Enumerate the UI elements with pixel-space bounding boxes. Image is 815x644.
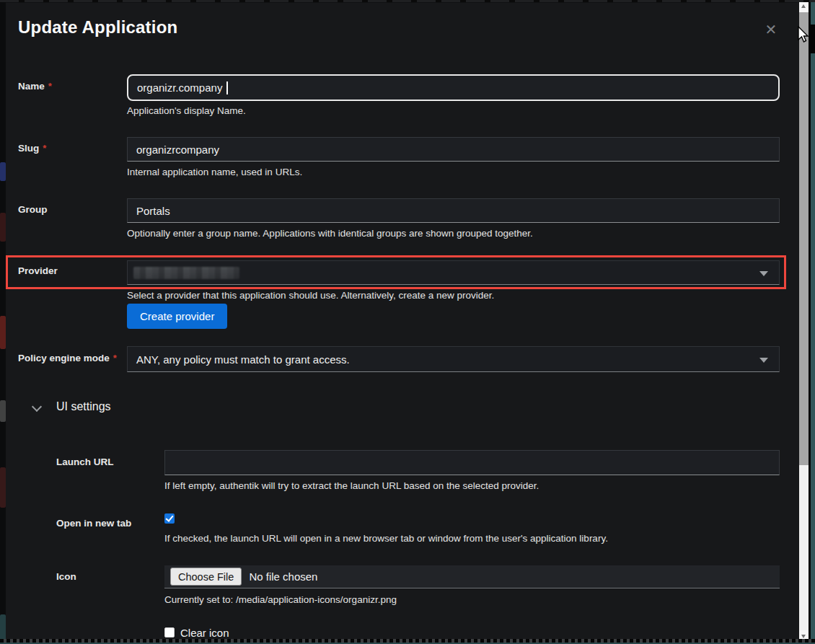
slug-input[interactable] (127, 137, 780, 162)
launch-url-input[interactable] (164, 450, 780, 475)
backdrop-artifact (0, 316, 6, 349)
policy-engine-mode-value: ANY, any policy must match to grant acce… (136, 353, 350, 366)
open-in-new-tab-label: Open in new tab (56, 518, 131, 529)
screenshot-stage: Update Application ✕ Name* Application's… (0, 0, 815, 644)
group-help: Optionally enter a group name. Applicati… (127, 228, 533, 239)
open-in-new-tab-help: If checked, the launch URL will open in … (164, 533, 608, 544)
launch-url-label: Launch URL (56, 456, 114, 467)
modal-title: Update Application (18, 17, 177, 38)
close-icon[interactable]: ✕ (763, 22, 779, 38)
launch-url-help: If left empty, authentik will try to ext… (164, 480, 539, 491)
ui-settings-section-header[interactable]: UI settings (56, 400, 111, 413)
icon-help: Currently set to: /media/application-ico… (164, 594, 397, 605)
group-label: Group (18, 204, 48, 215)
chevron-down-icon (759, 358, 768, 363)
provider-select[interactable] (127, 260, 780, 285)
text-caret (226, 81, 228, 94)
selection-edge-top (0, 0, 815, 2)
provider-redacted-value (133, 267, 239, 279)
clear-icon-label: Clear icon (180, 627, 229, 639)
backdrop-artifact (0, 213, 6, 242)
mouse-cursor (798, 26, 809, 43)
window-edge (811, 0, 815, 644)
chevron-down-icon[interactable] (32, 402, 42, 411)
window-edge-notch (809, 25, 815, 53)
name-label: Name* (18, 81, 52, 92)
triangle-down-icon (801, 635, 806, 638)
required-asterisk: * (113, 353, 117, 363)
backdrop-artifact (0, 400, 6, 422)
group-input[interactable] (127, 198, 780, 223)
required-asterisk: * (43, 143, 46, 154)
backdrop-artifact (0, 162, 6, 181)
update-application-modal: Update Application ✕ Name* Application's… (6, 3, 799, 639)
name-help: Application's display Name. (127, 105, 246, 116)
required-asterisk: * (48, 81, 52, 92)
selection-edge-bottom (0, 639, 815, 644)
slug-help: Internal application name, used in URLs. (127, 167, 302, 177)
triangle-up-icon (801, 4, 806, 8)
policy-engine-mode-label: Policy engine mode* (18, 353, 117, 363)
policy-engine-mode-select[interactable]: ANY, any policy must match to grant acce… (127, 346, 780, 372)
backdrop-strip (0, 0, 6, 644)
open-in-new-tab-checkbox[interactable] (164, 513, 175, 524)
name-input[interactable] (127, 74, 780, 101)
clear-icon-checkbox[interactable] (164, 627, 175, 638)
scrollbar[interactable] (799, 0, 809, 644)
provider-label: Provider (18, 265, 58, 276)
file-chosen-status: No file chosen (249, 570, 317, 583)
provider-help: Select a provider that this application … (127, 290, 494, 301)
create-provider-button[interactable]: Create provider (127, 304, 227, 329)
backdrop-artifact (0, 467, 6, 508)
icon-label: Icon (56, 571, 76, 582)
choose-file-button[interactable]: Choose File (170, 568, 242, 586)
scrollbar-thumb[interactable] (799, 12, 809, 465)
slug-label: Slug* (18, 143, 46, 154)
chevron-down-icon (759, 271, 768, 276)
icon-file-input[interactable]: Choose File No file chosen (164, 565, 780, 588)
